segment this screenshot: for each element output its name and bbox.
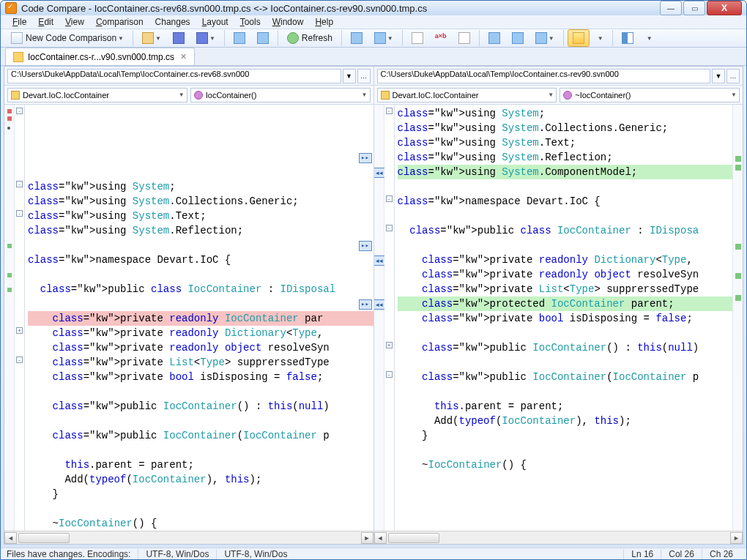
left-path-dropdown[interactable]: ▼: [343, 69, 356, 83]
fold-toggle[interactable]: -: [386, 195, 393, 202]
code-line[interactable]: [398, 443, 733, 458]
code-line[interactable]: class="kw">using System;: [398, 106, 733, 121]
fold-toggle[interactable]: -: [16, 108, 23, 114]
view-mode-button[interactable]: [617, 29, 639, 47]
fold-toggle[interactable]: -: [16, 181, 23, 187]
left-member-combo[interactable]: IocContainer()▼: [190, 88, 371, 102]
side-by-side-button[interactable]: [568, 29, 590, 47]
code-line[interactable]: class="kw">public class IocContainer : I…: [28, 282, 374, 296]
copy-right-button[interactable]: [453, 29, 475, 47]
right-file-path-input[interactable]: C:\Users\Duke\AppData\Local\Temp\IocCont…: [377, 69, 711, 83]
copy-left-button[interactable]: [406, 29, 428, 47]
fold-toggle[interactable]: +: [16, 327, 23, 334]
code-line[interactable]: ~IocContainer() {: [398, 458, 733, 472]
document-tab[interactable]: IocContainer.cs-r...v90.svn000.tmp.cs ✕: [5, 48, 195, 65]
code-line[interactable]: [398, 355, 733, 370]
menu-edit[interactable]: Edit: [32, 15, 59, 29]
code-line[interactable]: class="kw">private readonly object resol…: [28, 340, 374, 355]
fold-toggle[interactable]: -: [386, 225, 393, 231]
right-path-dropdown[interactable]: ▼: [712, 69, 725, 83]
status-column[interactable]: Col 26: [661, 549, 702, 559]
menu-view[interactable]: View: [59, 15, 90, 29]
merge-right-button[interactable]: ▸▸: [359, 299, 372, 310]
code-line[interactable]: [28, 443, 374, 458]
code-line[interactable]: class="kw">private readonly Dictionary<T…: [398, 253, 733, 267]
open-button[interactable]: ▼: [137, 29, 166, 47]
code-line[interactable]: class="kw">private List<Type> supprersse…: [28, 355, 374, 370]
menu-window[interactable]: Window: [267, 15, 310, 29]
close-tab-button[interactable]: ✕: [180, 52, 187, 61]
redo-button[interactable]: [252, 29, 274, 47]
minimize-button[interactable]: —: [660, 1, 682, 15]
menu-tools[interactable]: Tools: [234, 15, 267, 29]
left-code-editor[interactable]: ▸▸ ▸▸ ▸▸ class="kw">using System;class="…: [25, 105, 374, 531]
code-line[interactable]: class="kw">using System.Collections.Gene…: [28, 194, 374, 209]
code-line[interactable]: class="kw">using System.Reflection;: [28, 223, 374, 238]
next-diff-button[interactable]: ▼: [369, 29, 398, 47]
right-path-browse[interactable]: …: [726, 69, 740, 83]
code-line[interactable]: class="kw">namespace Devart.IoC {: [28, 253, 374, 267]
menu-layout[interactable]: Layout: [196, 15, 234, 29]
view-options-button[interactable]: ▼: [640, 29, 658, 47]
code-line[interactable]: class="kw">using System.Collections.Gene…: [398, 121, 733, 135]
left-path-browse[interactable]: …: [357, 69, 371, 83]
code-line[interactable]: this.parent = parent;: [398, 399, 733, 414]
right-horizontal-scrollbar[interactable]: ◄►: [374, 531, 743, 544]
fold-toggle[interactable]: -: [16, 210, 23, 217]
code-line[interactable]: class="kw">public IocContainer() : this(…: [398, 340, 733, 355]
nav-down-button[interactable]: [507, 29, 529, 47]
code-line[interactable]: class="kw">private readonly object resol…: [398, 267, 733, 282]
code-line[interactable]: class="kw">namespace Devart.IoC {: [398, 194, 733, 209]
word-diff-button[interactable]: a×b: [430, 29, 452, 47]
code-line[interactable]: class="kw">using System.Text;: [398, 135, 733, 150]
code-line[interactable]: class="kw">private List<Type> supprersse…: [398, 282, 733, 296]
code-line[interactable]: }: [28, 487, 374, 501]
code-line[interactable]: this.parent = parent;: [28, 458, 374, 472]
right-class-combo[interactable]: Devart.IoC.IocContainer▼: [377, 88, 557, 102]
code-line[interactable]: class="kw">public IocContainer(IocContai…: [398, 370, 733, 384]
new-comparison-button[interactable]: New Code Comparison▼: [6, 29, 129, 47]
code-line[interactable]: [28, 501, 374, 516]
code-line[interactable]: class="kw">using System;: [28, 179, 374, 194]
code-line[interactable]: [28, 267, 374, 282]
fold-toggle[interactable]: +: [386, 342, 393, 348]
nav-up-button[interactable]: [483, 29, 505, 47]
code-line[interactable]: class="kw">private readonly Dictionary<T…: [28, 326, 374, 340]
code-line[interactable]: class="kw">public IocContainer(IocContai…: [28, 428, 374, 443]
code-line[interactable]: class="kw">public class IocContainer : I…: [398, 223, 733, 238]
code-line[interactable]: class="kw">public IocContainer() : this(…: [28, 399, 374, 414]
nav-options-button[interactable]: ▼: [530, 29, 560, 47]
save-dropdown[interactable]: ▼: [191, 29, 220, 47]
code-line[interactable]: Add(typeof(IocContainer), this);: [398, 414, 733, 428]
code-line[interactable]: [398, 326, 733, 340]
code-line[interactable]: [398, 238, 733, 253]
menu-changes[interactable]: Changes: [149, 15, 196, 29]
code-line[interactable]: }: [398, 428, 733, 443]
left-class-combo[interactable]: Devart.IoC.IocContainer▼: [7, 88, 187, 102]
code-line[interactable]: [398, 384, 733, 399]
right-overview-ruler[interactable]: [732, 105, 743, 531]
left-horizontal-scrollbar[interactable]: ◄►: [4, 531, 374, 544]
right-code-editor[interactable]: class="kw">using System;class="kw">using…: [395, 105, 733, 531]
menu-comparison[interactable]: Comparison: [90, 15, 149, 29]
left-file-path-input[interactable]: C:\Users\Duke\AppData\Local\Temp\IocCont…: [7, 69, 341, 83]
refresh-button[interactable]: Refresh: [282, 29, 338, 47]
menu-file[interactable]: File: [7, 15, 32, 29]
code-line[interactable]: [28, 296, 374, 311]
code-line[interactable]: class="kw">private bool isDisposing = fa…: [398, 311, 733, 326]
code-line[interactable]: [28, 384, 374, 399]
code-line[interactable]: [398, 179, 733, 194]
code-line[interactable]: [28, 414, 374, 428]
prev-diff-button[interactable]: [346, 29, 368, 47]
status-line[interactable]: Ln 16: [623, 549, 661, 559]
layout-options-button[interactable]: ▼: [591, 29, 609, 47]
undo-button[interactable]: [228, 29, 250, 47]
fold-toggle[interactable]: -: [386, 371, 393, 378]
menu-help[interactable]: Help: [309, 15, 339, 29]
code-line[interactable]: class="kw">private bool isDisposing = fa…: [28, 370, 374, 384]
code-line[interactable]: [398, 209, 733, 223]
status-char[interactable]: Ch 26: [702, 549, 740, 559]
code-line[interactable]: class="kw">private readonly IocContainer…: [28, 311, 374, 326]
fold-toggle[interactable]: -: [386, 108, 393, 114]
code-line[interactable]: class="kw">using System.Reflection;: [398, 150, 733, 165]
